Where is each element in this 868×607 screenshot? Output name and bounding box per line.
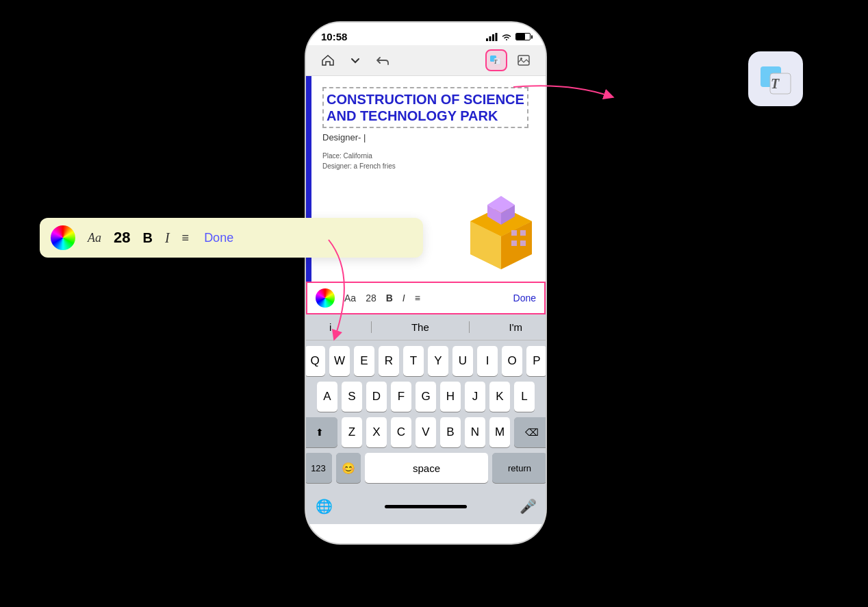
svg-rect-6 <box>496 33 498 41</box>
globe-button[interactable]: 🌐 <box>311 494 336 519</box>
key-u[interactable]: U <box>452 346 473 376</box>
status-bar: 10:58 <box>306 23 546 45</box>
key-g[interactable]: G <box>416 382 436 412</box>
key-j[interactable]: J <box>465 382 485 412</box>
key-c[interactable]: C <box>391 417 411 447</box>
phone-color-wheel-button[interactable] <box>316 288 335 308</box>
autocomplete-word-1[interactable]: i <box>322 320 338 334</box>
autocomplete-divider-1 <box>371 321 372 333</box>
wifi-icon <box>501 33 512 41</box>
svg-rect-16 <box>511 230 517 236</box>
slide-details: Place: California Designer: a French fri… <box>322 151 535 171</box>
svg-rect-3 <box>486 38 488 41</box>
undo-icon <box>376 55 389 65</box>
app-toolbar: T <box>306 45 546 76</box>
space-key[interactable]: space <box>365 453 488 483</box>
bold-label[interactable]: B <box>142 230 152 246</box>
back-button[interactable] <box>372 49 394 71</box>
app-icon-float[interactable]: T <box>748 51 803 106</box>
italic-label[interactable]: I <box>165 230 170 246</box>
battery-icon <box>515 33 531 40</box>
font-label[interactable]: Aa <box>88 231 101 245</box>
color-wheel-icon[interactable] <box>51 225 75 250</box>
key-v[interactable]: V <box>416 417 436 447</box>
slide-title[interactable]: CONSTRUCTION OF SCIENCE AND TECHNOLOGY P… <box>322 87 528 128</box>
key-h[interactable]: H <box>440 382 461 412</box>
key-o[interactable]: O <box>502 346 522 376</box>
phone-format-toolbar[interactable]: Aa 28 B I ≡ Done <box>306 282 546 314</box>
svg-rect-5 <box>492 34 494 41</box>
slide-title-line1: CONSTRUCTION OF SCIENCE <box>327 92 524 107</box>
svg-text:T: T <box>771 76 780 91</box>
phone-done-button[interactable]: Done <box>513 293 536 304</box>
svg-point-11 <box>520 58 522 60</box>
autocomplete-divider-2 <box>469 321 470 333</box>
return-key[interactable]: return <box>492 453 546 483</box>
svg-rect-17 <box>520 230 526 236</box>
phone-italic-button[interactable]: I <box>403 293 405 304</box>
key-w[interactable]: W <box>329 346 350 376</box>
keyboard-row-3: ⬆ Z X C V B N M ⌫ <box>309 417 543 447</box>
size-label[interactable]: 28 <box>114 229 130 247</box>
num-key[interactable]: 123 <box>306 453 332 483</box>
chevron-down-icon <box>350 57 360 64</box>
image-button[interactable] <box>513 49 535 71</box>
slide-title-line2: AND TECHNOLOGY PARK <box>327 108 498 123</box>
toolbar-right: T <box>485 49 535 71</box>
keyboard-row-2: A S D F G H J K L <box>309 382 543 412</box>
key-p[interactable]: P <box>526 346 546 376</box>
key-r[interactable]: R <box>379 346 399 376</box>
key-b[interactable]: B <box>440 417 461 447</box>
annotation-format-toolbar: Aa 28 B I ≡ Done <box>40 218 423 258</box>
phone-bold-button[interactable]: B <box>386 293 393 304</box>
home-icon <box>322 55 334 66</box>
key-k[interactable]: K <box>489 382 510 412</box>
text-format-icon: T <box>489 55 503 66</box>
key-f[interactable]: F <box>391 382 411 412</box>
key-n[interactable]: N <box>465 417 485 447</box>
shift-key[interactable]: ⬆ <box>306 417 337 447</box>
image-icon <box>518 55 530 66</box>
slide-subtitle[interactable]: Designer- | <box>322 132 535 143</box>
key-d[interactable]: D <box>366 382 387 412</box>
key-y[interactable]: Y <box>428 346 448 376</box>
key-e[interactable]: E <box>354 346 374 376</box>
done-label[interactable]: Done <box>204 231 233 245</box>
mic-button[interactable]: 🎤 <box>515 494 540 519</box>
keyboard-row-4: 123 😊 space return <box>309 453 543 483</box>
text-format-button[interactable]: T <box>485 49 507 71</box>
key-x[interactable]: X <box>366 417 387 447</box>
phone-size-button[interactable]: 28 <box>366 293 376 304</box>
app-icon-svg: T <box>758 61 793 97</box>
align-label[interactable]: ≡ <box>182 231 190 245</box>
delete-key[interactable]: ⌫ <box>514 417 546 447</box>
key-s[interactable]: S <box>342 382 362 412</box>
autocomplete-word-3[interactable]: I'm <box>502 320 530 334</box>
keyboard-bottom-row: 🌐 🎤 <box>306 491 546 524</box>
phone-font-button[interactable]: Aa <box>344 293 356 304</box>
svg-rect-4 <box>489 36 492 41</box>
key-a[interactable]: A <box>317 382 337 412</box>
phone-align-button[interactable]: ≡ <box>415 293 420 304</box>
home-button[interactable] <box>317 49 339 71</box>
status-time: 10:58 <box>321 31 347 42</box>
key-q[interactable]: Q <box>306 346 325 376</box>
key-z[interactable]: Z <box>342 417 362 447</box>
chevron-button[interactable] <box>344 49 366 71</box>
emoji-key[interactable]: 😊 <box>336 453 361 483</box>
autocomplete-bar: i The I'm <box>306 314 546 340</box>
key-i[interactable]: I <box>477 346 498 376</box>
signal-icon <box>486 33 498 41</box>
key-m[interactable]: M <box>489 417 510 447</box>
key-t[interactable]: T <box>403 346 424 376</box>
home-indicator <box>385 505 467 508</box>
phone-shell: 10:58 <box>306 23 546 543</box>
svg-rect-19 <box>520 240 526 246</box>
key-l[interactable]: L <box>514 382 535 412</box>
toolbar-left <box>317 49 394 71</box>
svg-rect-18 <box>511 240 517 246</box>
status-icons <box>486 33 531 41</box>
keyboard-row-1: Q W E R T Y U I O P <box>309 346 543 376</box>
autocomplete-word-2[interactable]: The <box>405 320 436 334</box>
keyboard[interactable]: Q W E R T Y U I O P A S D F G H J K <box>306 340 546 491</box>
